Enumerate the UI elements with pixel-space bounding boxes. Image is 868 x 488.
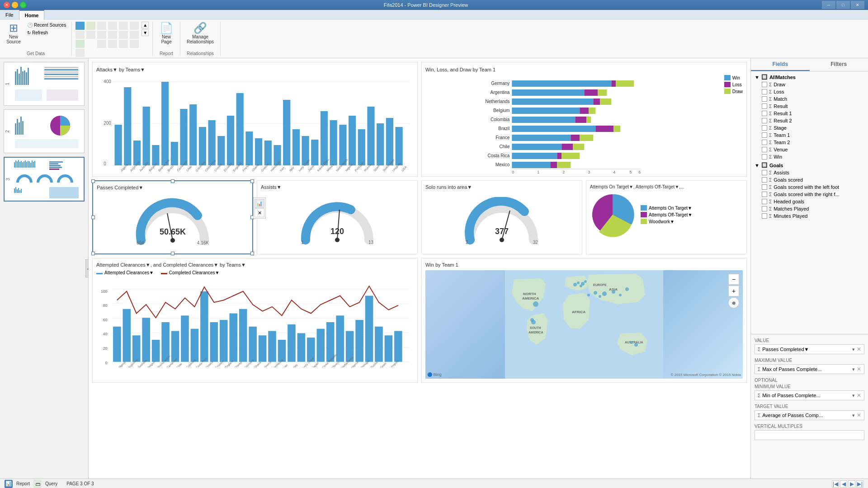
minimize-icon[interactable]: ─ [12,2,18,8]
page-first-button[interactable]: |◀ [832,480,839,488]
match-checkbox[interactable] [762,96,767,102]
vis-icon-7[interactable] [75,31,85,39]
query-nav-icon[interactable]: 🗃 [33,480,42,488]
tree-item-result2[interactable]: Σ Result 2 [753,117,866,124]
stage-checkbox[interactable] [762,125,767,131]
prop-min-del[interactable]: ✕ [857,392,861,399]
vis-icon-6[interactable] [130,22,139,30]
prop-min-arrow[interactable]: ▾ [852,393,855,399]
loss-checkbox[interactable] [762,89,767,94]
vis-expand-up[interactable]: ▲ [142,22,149,28]
minutes-played-checkbox[interactable] [762,213,767,219]
handle-bm[interactable] [171,252,175,255]
map-zoom-out-button[interactable]: − [728,274,739,285]
result2-checkbox[interactable] [762,118,767,123]
page-last-button[interactable]: ▶| [856,480,863,488]
tree-item-win[interactable]: Σ Win [753,153,866,160]
goals-scored-checkbox[interactable] [762,177,767,183]
vis-icon-14[interactable] [97,40,106,48]
chart-bar-icon[interactable]: 📊 [255,199,264,208]
tree-item-goals-right[interactable]: Σ Goals scored with the right f... [753,191,866,198]
result1-checkbox[interactable] [762,111,767,116]
chart-close-icon[interactable]: ✕ [255,208,264,217]
venue-checkbox[interactable] [762,147,767,152]
handle-tr[interactable] [250,179,254,183]
tree-item-match[interactable]: Σ Match [753,95,866,103]
page-1-thumb[interactable]: 1 [4,62,85,106]
tab-home[interactable]: Home [19,10,45,20]
team2-checkbox[interactable] [762,140,767,145]
refresh-button[interactable]: ↻ Refresh [25,29,68,36]
prop-target-arrow[interactable]: ▾ [852,413,855,418]
vis-icon-12[interactable] [130,31,139,39]
tree-item-result[interactable]: Σ Result [753,103,866,110]
new-page-button[interactable]: 📄 NewPage [156,22,176,45]
map-north-button[interactable]: ⊕ [728,297,739,308]
result-checkbox[interactable] [762,103,767,109]
tree-item-goals-left[interactable]: Σ Goals scored with the left foot [753,183,866,191]
handle-tm[interactable] [171,179,175,183]
vis-icon-3[interactable] [97,22,106,30]
tree-item-venue[interactable]: Σ Venue [753,146,866,153]
prop-value-arrow[interactable]: ▾ [852,347,855,352]
win-checkbox[interactable] [762,154,767,160]
vis-icon-4[interactable] [108,22,117,30]
vis-icon-11[interactable] [119,31,128,39]
vis-icon-2[interactable] [86,22,95,30]
vis-expand-down[interactable]: ▼ [142,29,149,36]
close-icon[interactable]: ✕ [4,2,10,8]
map-zoom-in-button[interactable]: + [728,286,739,296]
vis-icon-5[interactable] [119,22,128,30]
recent-sources-button[interactable]: 🕐 Recent Sources [25,22,68,28]
tree-item-team1[interactable]: Σ Team 1 [753,131,866,139]
headed-goals-checkbox[interactable] [762,199,767,204]
maximize-icon[interactable]: □ [20,2,26,8]
tab-filters[interactable]: Filters [810,58,868,71]
tree-item-draw[interactable]: Σ Draw [753,81,866,88]
handle-br[interactable] [250,252,254,255]
new-source-button[interactable]: ⊞ NewSource [4,22,24,45]
goals-left-checkbox[interactable] [762,184,767,190]
goals-header[interactable]: ▼ 🔲 Goals [753,161,866,169]
vis-icon-18[interactable] [75,49,85,57]
vis-icon-16[interactable] [119,40,128,48]
tree-item-team2[interactable]: Σ Team 2 [753,139,866,146]
allmatches-header[interactable]: ▼ 🔲 AllMatches [753,73,866,81]
vis-icon-17[interactable] [130,40,139,48]
tree-item-minutes-played[interactable]: Σ Minutes Played [753,212,866,220]
page-next-button[interactable]: ▶ [848,480,855,488]
tree-item-result1[interactable]: Σ Result 1 [753,110,866,117]
prop-max-arrow[interactable]: ▾ [852,366,855,372]
prop-target-del[interactable]: ✕ [857,412,861,418]
win-close-btn[interactable]: ✕ [851,1,864,9]
vis-icon-15[interactable] [108,40,117,48]
prop-max-del[interactable]: ✕ [857,366,861,372]
vis-icon-1[interactable] [75,22,85,30]
tree-item-loss[interactable]: Σ Loss [753,88,866,95]
tab-fields[interactable]: Fields [751,58,810,71]
matches-played-checkbox[interactable] [762,206,767,211]
goals-right-checkbox[interactable] [762,192,767,197]
tab-file[interactable]: File [0,10,19,20]
report-nav-icon[interactable]: 📊 [5,480,13,488]
team1-checkbox[interactable] [762,132,767,138]
page-2-thumb[interactable]: 2 [4,109,85,153]
manage-relationships-button[interactable]: 🔗 ManageRelationships [184,22,217,45]
tree-item-assists[interactable]: Σ Assists [753,169,866,176]
tree-item-headed-goals[interactable]: Σ Headed goals [753,198,866,205]
assists-checkbox[interactable] [762,170,767,175]
prop-vertical-field[interactable] [755,430,864,440]
tree-item-matches-played[interactable]: Σ Matches Played [753,205,866,212]
passes-chart-card[interactable]: Passes Completed▼ 📊 ✕ [92,180,253,254]
vis-icon-13[interactable] [75,40,85,48]
page-prev-button[interactable]: ◀ [840,480,847,488]
win-minimize-btn[interactable]: ─ [822,1,835,9]
vis-icon-9[interactable] [97,31,106,39]
draw-checkbox[interactable] [762,82,767,87]
tree-item-goals-scored[interactable]: Σ Goals scored [753,176,866,183]
vis-icon-8[interactable] [86,31,95,39]
vis-icon-10[interactable] [108,31,117,39]
tree-item-stage[interactable]: Σ Stage [753,124,866,131]
handle-ml[interactable] [91,216,95,219]
prop-value-del[interactable]: ✕ [857,346,861,352]
